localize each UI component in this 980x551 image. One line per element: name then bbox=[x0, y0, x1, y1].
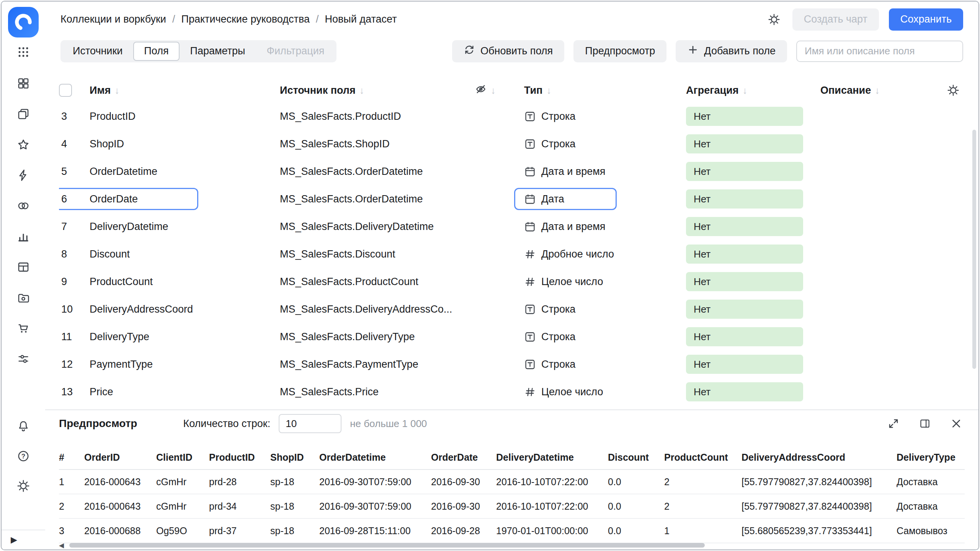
column-header-type[interactable]: Тип↓ bbox=[524, 85, 686, 96]
help-icon[interactable]: ? bbox=[16, 449, 30, 463]
aggregation-select[interactable]: Нет bbox=[686, 162, 803, 181]
field-type[interactable]: Дата bbox=[524, 193, 686, 205]
sort-icon[interactable]: ↓ bbox=[546, 85, 551, 96]
favorites-icon[interactable] bbox=[16, 138, 30, 152]
sort-icon[interactable]: ↓ bbox=[359, 85, 364, 96]
aggregation-select[interactable]: Нет bbox=[686, 272, 803, 291]
preview-button[interactable]: Предпросмотр bbox=[573, 40, 666, 62]
notifications-bell-icon[interactable] bbox=[16, 419, 30, 433]
workbooks-icon[interactable] bbox=[16, 107, 30, 121]
aggregation-select[interactable]: Нет bbox=[686, 382, 803, 401]
aggregation-select[interactable]: Нет bbox=[686, 134, 803, 153]
field-source[interactable]: MS_SalesFacts.DeliveryAddressCo... bbox=[280, 303, 475, 315]
column-header-description[interactable]: Описание↓ bbox=[820, 85, 880, 96]
sort-icon[interactable]: ↓ bbox=[491, 85, 496, 96]
dock-panel-icon[interactable] bbox=[916, 415, 933, 432]
datalens-logo[interactable] bbox=[8, 7, 39, 37]
column-header-source[interactable]: Источник поля↓ bbox=[280, 85, 475, 96]
sort-icon[interactable]: ↓ bbox=[114, 85, 119, 96]
field-name[interactable]: OrderDate bbox=[82, 193, 280, 205]
column-header-visibility[interactable]: ↓ bbox=[475, 83, 524, 98]
field-aggregation: Нет bbox=[686, 382, 820, 401]
field-name[interactable]: DeliveryAddressCoord bbox=[82, 303, 280, 315]
field-name[interactable]: ShopID bbox=[82, 138, 280, 150]
refresh-icon bbox=[464, 44, 475, 58]
settings-gear-icon[interactable] bbox=[16, 479, 30, 493]
breadcrumb-item[interactable]: Коллекции и воркбуки bbox=[60, 13, 166, 25]
aggregation-select[interactable]: Нет bbox=[686, 300, 803, 319]
marketplace-icon[interactable] bbox=[16, 321, 30, 335]
field-type[interactable]: Целое число bbox=[524, 276, 686, 288]
breadcrumb-item[interactable]: Практические руководства bbox=[181, 13, 309, 25]
column-header-aggregation[interactable]: Агрегация↓ bbox=[686, 85, 820, 96]
field-source[interactable]: MS_SalesFacts.OrderDatetime bbox=[280, 166, 475, 178]
field-name[interactable]: DeliveryType bbox=[82, 331, 280, 343]
sort-icon[interactable]: ↓ bbox=[875, 85, 880, 96]
field-type[interactable]: Строка bbox=[524, 303, 686, 315]
aggregation-select[interactable]: Нет bbox=[686, 189, 803, 209]
column-header-name[interactable]: Имя↓ bbox=[82, 85, 280, 96]
apps-grid-icon[interactable] bbox=[16, 45, 30, 59]
charts-icon[interactable] bbox=[16, 230, 30, 243]
field-source[interactable]: MS_SalesFacts.OrderDatetime bbox=[280, 193, 475, 205]
aggregation-select[interactable]: Нет bbox=[686, 327, 803, 346]
table-settings-gear-icon[interactable] bbox=[945, 82, 962, 99]
preview-cell: prd-28 bbox=[209, 476, 270, 487]
row-count-input[interactable] bbox=[279, 414, 341, 433]
add-field-button[interactable]: Добавить поле bbox=[676, 40, 787, 62]
field-type[interactable]: Дата и время bbox=[524, 221, 686, 233]
preview-cell: Og59O bbox=[156, 525, 209, 536]
field-source[interactable]: MS_SalesFacts.Discount bbox=[280, 248, 475, 260]
field-type[interactable]: Целое число bbox=[524, 386, 686, 398]
field-source[interactable]: MS_SalesFacts.PaymentType bbox=[280, 359, 475, 370]
scroll-left-icon[interactable]: ◀ bbox=[59, 541, 64, 549]
aggregation-select[interactable]: Нет bbox=[686, 217, 803, 236]
datasets-icon[interactable] bbox=[16, 199, 30, 213]
tab-sources[interactable]: Источники bbox=[62, 42, 133, 61]
select-all-checkbox[interactable] bbox=[59, 84, 72, 97]
connections-icon[interactable] bbox=[16, 168, 30, 182]
dashboards-icon[interactable] bbox=[16, 77, 30, 90]
field-name[interactable]: PaymentType bbox=[82, 359, 280, 370]
tab-parameters[interactable]: Параметры bbox=[180, 42, 256, 61]
field-source[interactable]: MS_SalesFacts.DeliveryDatetime bbox=[280, 221, 475, 233]
tab-fields[interactable]: Поля bbox=[133, 42, 179, 61]
field-name[interactable]: ProductCount bbox=[82, 276, 280, 288]
expand-preview-icon[interactable] bbox=[885, 415, 902, 432]
create-chart-button[interactable]: Создать чарт bbox=[792, 8, 879, 31]
calendar-icon bbox=[524, 166, 536, 178]
aggregation-select[interactable]: Нет bbox=[686, 355, 803, 374]
preview-cell: 1970-01-01T00:00:00 bbox=[496, 525, 608, 536]
field-type[interactable]: Строка bbox=[524, 359, 686, 370]
field-type[interactable]: Строка bbox=[524, 111, 686, 122]
field-type[interactable]: Дробное число bbox=[524, 248, 686, 260]
field-source[interactable]: MS_SalesFacts.ShopID bbox=[280, 138, 475, 150]
field-name[interactable]: Price bbox=[82, 386, 280, 398]
gallery-icon[interactable] bbox=[16, 291, 30, 305]
sort-icon[interactable]: ↓ bbox=[742, 85, 747, 96]
field-name[interactable]: DeliveryDatetime bbox=[82, 221, 280, 233]
tables-icon[interactable] bbox=[16, 260, 30, 274]
main-area: Коллекции и воркбуки/Практические руково… bbox=[45, 2, 978, 549]
dataset-settings-gear-icon[interactable] bbox=[766, 11, 782, 28]
refresh-fields-button[interactable]: Обновить поля bbox=[452, 40, 564, 62]
field-name[interactable]: OrderDatetime bbox=[82, 166, 280, 178]
vertical-scrollbar-thumb[interactable] bbox=[972, 130, 976, 369]
field-source[interactable]: MS_SalesFacts.ProductCount bbox=[280, 276, 475, 288]
field-type[interactable]: Строка bbox=[524, 138, 686, 150]
field-search-input[interactable] bbox=[796, 41, 963, 62]
field-name[interactable]: ProductID bbox=[82, 111, 280, 122]
expand-sidebar-icon[interactable]: ▶ bbox=[11, 535, 17, 545]
horizontal-scrollbar-thumb[interactable] bbox=[69, 543, 705, 548]
field-source[interactable]: MS_SalesFacts.ProductID bbox=[280, 111, 475, 122]
field-type[interactable]: Строка bbox=[524, 331, 686, 343]
field-source[interactable]: MS_SalesFacts.Price bbox=[280, 386, 475, 398]
field-type[interactable]: Дата и время bbox=[524, 166, 686, 178]
close-preview-icon[interactable] bbox=[948, 415, 965, 432]
aggregation-select[interactable]: Нет bbox=[686, 245, 803, 264]
save-button[interactable]: Сохранить bbox=[889, 8, 963, 31]
field-name[interactable]: Discount bbox=[82, 248, 280, 260]
aggregation-select[interactable]: Нет bbox=[686, 107, 803, 126]
field-source[interactable]: MS_SalesFacts.DeliveryType bbox=[280, 331, 475, 343]
services-icon[interactable] bbox=[16, 352, 30, 366]
